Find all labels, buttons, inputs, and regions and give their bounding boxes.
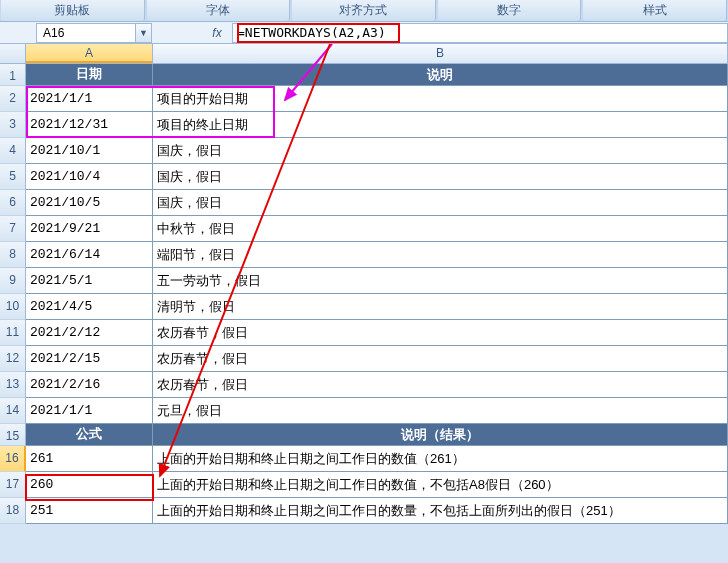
formula-bar: A16 ▼ fx =NETWORKDAYS(A2,A3) — [0, 22, 728, 44]
cell-A13[interactable]: 2021/2/16 — [26, 372, 153, 398]
cell-A14[interactable]: 2021/1/1 — [26, 398, 153, 424]
row-header[interactable]: 5 — [0, 164, 26, 190]
table-row: 122021/2/15农历春节，假日 — [0, 346, 728, 372]
row-header[interactable]: 1 — [0, 64, 26, 86]
name-box[interactable]: A16 — [36, 23, 136, 43]
cell-B2[interactable]: 项目的开始日期 — [153, 86, 728, 112]
cell-B13[interactable]: 农历春节，假日 — [153, 372, 728, 398]
cell-B16[interactable]: 上面的开始日期和终止日期之间工作日的数值（261） — [153, 446, 728, 472]
table-row: 92021/5/1五一劳动节，假日 — [0, 268, 728, 294]
row-header[interactable]: 2 — [0, 86, 26, 112]
cell-A6[interactable]: 2021/10/5 — [26, 190, 153, 216]
table-row: 18251上面的开始日期和终止日期之间工作日的数量，不包括上面所列出的假日（25… — [0, 498, 728, 524]
row-header[interactable]: 12 — [0, 346, 26, 372]
cell-A18[interactable]: 251 — [26, 498, 153, 524]
table-row: 72021/9/21中秋节，假日 — [0, 216, 728, 242]
cell-B17[interactable]: 上面的开始日期和终止日期之间工作日的数值，不包括A8假日（260） — [153, 472, 728, 498]
ribbon: 剪贴板 字体 对齐方式 数字 样式 — [0, 0, 728, 22]
row-header[interactable]: 14 — [0, 398, 26, 424]
row-header[interactable]: 3 — [0, 112, 26, 138]
ribbon-tab-clipboard[interactable]: 剪贴板 — [1, 0, 145, 21]
fx-button[interactable]: fx — [202, 26, 232, 40]
cell-A11[interactable]: 2021/2/12 — [26, 320, 153, 346]
cell-B10[interactable]: 清明节，假日 — [153, 294, 728, 320]
table-row: 16261上面的开始日期和终止日期之间工作日的数值（261） — [0, 446, 728, 472]
table-row: 62021/10/5国庆，假日 — [0, 190, 728, 216]
row-header[interactable]: 8 — [0, 242, 26, 268]
row-header[interactable]: 18 — [0, 498, 26, 524]
formula-input[interactable]: =NETWORKDAYS(A2,A3) — [232, 23, 728, 43]
cell-B4[interactable]: 国庆，假日 — [153, 138, 728, 164]
column-header-B[interactable]: B — [153, 44, 728, 63]
name-box-dropdown[interactable]: ▼ — [136, 23, 152, 43]
row-header[interactable]: 10 — [0, 294, 26, 320]
cell-A10[interactable]: 2021/4/5 — [26, 294, 153, 320]
table-row: 112021/2/12农历春节，假日 — [0, 320, 728, 346]
cell-A8[interactable]: 2021/6/14 — [26, 242, 153, 268]
row-header[interactable]: 17 — [0, 472, 26, 498]
table-row: 82021/6/14端阳节，假日 — [0, 242, 728, 268]
row-header[interactable]: 13 — [0, 372, 26, 398]
column-header-row: A B — [0, 44, 728, 64]
ribbon-tab-font[interactable]: 字体 — [147, 0, 291, 21]
cell-A15[interactable]: 公式 — [26, 424, 153, 446]
cell-B18[interactable]: 上面的开始日期和终止日期之间工作日的数量，不包括上面所列出的假日（251） — [153, 498, 728, 524]
cell-B12[interactable]: 农历春节，假日 — [153, 346, 728, 372]
cell-A5[interactable]: 2021/10/4 — [26, 164, 153, 190]
spreadsheet-grid: 1日期说明22021/1/1项目的开始日期32021/12/31项目的终止日期4… — [0, 64, 728, 524]
cell-A3[interactable]: 2021/12/31 — [26, 112, 153, 138]
cell-A12[interactable]: 2021/2/15 — [26, 346, 153, 372]
row-header[interactable]: 7 — [0, 216, 26, 242]
table-row: 17260上面的开始日期和终止日期之间工作日的数值，不包括A8假日（260） — [0, 472, 728, 498]
ribbon-tab-style[interactable]: 样式 — [583, 0, 727, 21]
cell-A7[interactable]: 2021/9/21 — [26, 216, 153, 242]
row-header[interactable]: 16 — [0, 446, 26, 472]
cell-B1[interactable]: 说明 — [153, 64, 728, 86]
cell-A17[interactable]: 260 — [26, 472, 153, 498]
cell-B15[interactable]: 说明（结果） — [153, 424, 728, 446]
ribbon-tab-number[interactable]: 数字 — [438, 0, 582, 21]
cell-B6[interactable]: 国庆，假日 — [153, 190, 728, 216]
table-row: 42021/10/1国庆，假日 — [0, 138, 728, 164]
select-all-corner[interactable] — [0, 44, 26, 63]
table-row: 132021/2/16农历春节，假日 — [0, 372, 728, 398]
cell-B14[interactable]: 元旦，假日 — [153, 398, 728, 424]
row-header[interactable]: 15 — [0, 424, 26, 446]
cell-B7[interactable]: 中秋节，假日 — [153, 216, 728, 242]
table-row: 15公式说明（结果） — [0, 424, 728, 446]
cell-B5[interactable]: 国庆，假日 — [153, 164, 728, 190]
cell-A1[interactable]: 日期 — [26, 64, 153, 86]
cell-B8[interactable]: 端阳节，假日 — [153, 242, 728, 268]
table-row: 22021/1/1项目的开始日期 — [0, 86, 728, 112]
cell-A9[interactable]: 2021/5/1 — [26, 268, 153, 294]
cell-A4[interactable]: 2021/10/1 — [26, 138, 153, 164]
table-row: 52021/10/4国庆，假日 — [0, 164, 728, 190]
column-header-A[interactable]: A — [26, 44, 153, 63]
cell-B11[interactable]: 农历春节，假日 — [153, 320, 728, 346]
table-row: 102021/4/5清明节，假日 — [0, 294, 728, 320]
cell-B3[interactable]: 项目的终止日期 — [153, 112, 728, 138]
row-header[interactable]: 6 — [0, 190, 26, 216]
table-row: 32021/12/31项目的终止日期 — [0, 112, 728, 138]
ribbon-tab-align[interactable]: 对齐方式 — [292, 0, 436, 21]
table-row: 1日期说明 — [0, 64, 728, 86]
row-header[interactable]: 4 — [0, 138, 26, 164]
row-header[interactable]: 9 — [0, 268, 26, 294]
cell-B9[interactable]: 五一劳动节，假日 — [153, 268, 728, 294]
row-header[interactable]: 11 — [0, 320, 26, 346]
cell-A2[interactable]: 2021/1/1 — [26, 86, 153, 112]
table-row: 142021/1/1元旦，假日 — [0, 398, 728, 424]
cell-A16[interactable]: 261 — [26, 446, 153, 472]
